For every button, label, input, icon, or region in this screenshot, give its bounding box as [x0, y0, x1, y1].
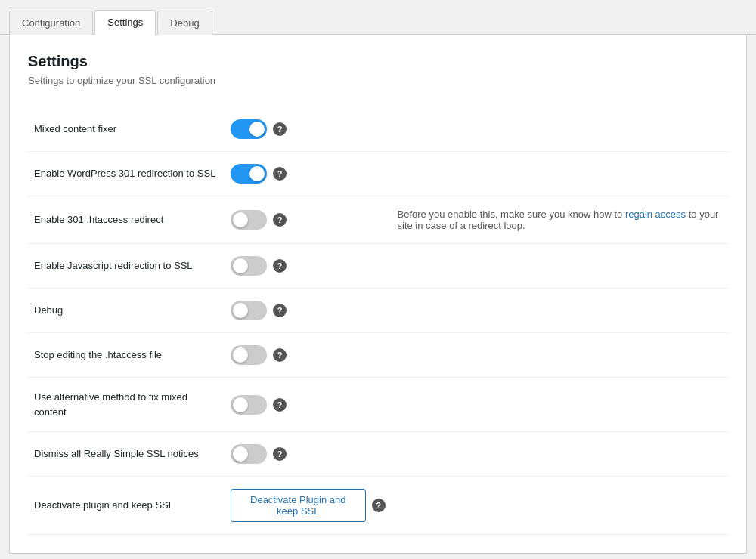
table-row: Stop editing the .htaccess file ?: [28, 333, 728, 378]
js-redirect-help-icon[interactable]: ?: [273, 259, 287, 273]
stop-editing-htaccess-toggle[interactable]: [231, 345, 267, 365]
stop-editing-htaccess-control: ?: [231, 345, 386, 365]
wp-301-redirect-help-icon[interactable]: ?: [273, 167, 287, 181]
js-redirect-control: ?: [231, 256, 386, 276]
page-title: Settings: [28, 53, 728, 70]
debug-help-icon[interactable]: ?: [273, 304, 287, 317]
table-row: Mixed content fixer ?: [28, 107, 728, 152]
table-row: Enable Javascript redirection to SSL ?: [28, 244, 728, 289]
table-row: Debug ?: [28, 289, 728, 333]
table-row: Dismiss all Really Simple SSL notices ?: [28, 432, 728, 477]
debug-toggle[interactable]: [231, 301, 267, 320]
stop-editing-htaccess-label: Stop editing the .htaccess file: [28, 333, 225, 378]
deactivate-plugin-control: Deactivate Plugin and keep SSL ?: [231, 489, 386, 522]
tab-debug[interactable]: Debug: [157, 11, 212, 35]
htaccess-redirect-toggle[interactable]: [231, 210, 267, 230]
htaccess-redirect-control: ?: [231, 210, 386, 230]
wp-301-redirect-control: ?: [231, 164, 386, 184]
page-wrapper: Configuration Settings Debug Settings Se…: [0, 0, 756, 559]
htaccess-redirect-help-icon[interactable]: ?: [273, 213, 287, 227]
debug-control: ?: [231, 301, 386, 320]
wp-301-redirect-toggle[interactable]: [231, 164, 267, 184]
alternative-method-control: ?: [231, 395, 386, 415]
deactivate-plugin-label: Deactivate plugin and keep SSL: [28, 477, 225, 535]
dismiss-notices-help-icon[interactable]: ?: [273, 447, 287, 461]
htaccess-redirect-label: Enable 301 .htaccess redirect: [28, 196, 225, 244]
tab-configuration[interactable]: Configuration: [9, 11, 93, 35]
alternative-method-label: Use alternative method to fix mixed cont…: [28, 378, 225, 432]
dismiss-notices-control: ?: [231, 444, 386, 464]
htaccess-redirect-help-text: Before you enable this, make sure you kn…: [392, 196, 728, 244]
dismiss-notices-toggle[interactable]: [231, 444, 267, 464]
mixed-content-fixer-control: ?: [231, 119, 386, 139]
js-redirect-toggle[interactable]: [231, 256, 267, 276]
deactivate-plugin-help-icon[interactable]: ?: [372, 499, 386, 512]
table-row: Enable WordPress 301 redirection to SSL …: [28, 152, 728, 196]
table-row: Deactivate plugin and keep SSL Deactivat…: [28, 477, 728, 535]
stop-editing-htaccess-help-icon[interactable]: ?: [273, 348, 287, 362]
table-row: Use alternative method to fix mixed cont…: [28, 378, 728, 432]
alternative-method-help-icon[interactable]: ?: [273, 398, 287, 412]
tab-settings[interactable]: Settings: [94, 10, 156, 35]
mixed-content-fixer-toggle[interactable]: [231, 119, 267, 139]
settings-table: Mixed content fixer ? Ena: [28, 107, 728, 535]
mixed-content-fixer-label: Mixed content fixer: [28, 107, 225, 152]
page-subtitle: Settings to optimize your SSL configurat…: [28, 75, 728, 86]
js-redirect-label: Enable Javascript redirection to SSL: [28, 244, 225, 289]
deactivate-plugin-button[interactable]: Deactivate Plugin and keep SSL: [231, 489, 366, 522]
settings-content: Settings Settings to optimize your SSL c…: [9, 35, 747, 554]
table-row: Enable 301 .htaccess redirect ? Before y…: [28, 196, 728, 244]
tabs-bar: Configuration Settings Debug: [0, 0, 756, 35]
alternative-method-toggle[interactable]: [231, 395, 267, 415]
wp-301-redirect-label: Enable WordPress 301 redirection to SSL: [28, 152, 225, 196]
dismiss-notices-label: Dismiss all Really Simple SSL notices: [28, 432, 225, 477]
mixed-content-fixer-help-icon[interactable]: ?: [273, 122, 287, 136]
debug-label: Debug: [28, 289, 225, 333]
regain-access-link[interactable]: regain access: [625, 208, 686, 220]
